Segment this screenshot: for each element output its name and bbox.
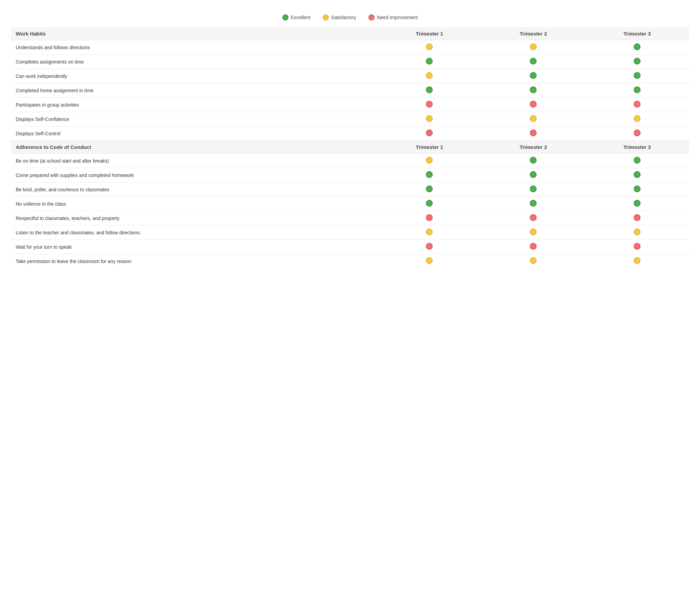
dot-cell — [377, 211, 481, 225]
status-dot — [634, 243, 641, 250]
row-label: Be kind, polite, and courteous to classm… — [11, 182, 377, 197]
table-row: Take permission to leave the classroom f… — [11, 254, 689, 268]
status-dot — [530, 43, 537, 50]
legend-item-satisfactory: Satisfactory — [323, 14, 356, 20]
dot-cell — [377, 69, 481, 83]
dot-cell — [585, 154, 689, 168]
table-row: Can work independently — [11, 69, 689, 83]
status-dot — [634, 171, 641, 178]
table-row: Be on time (at school start and after br… — [11, 154, 689, 168]
status-dot — [634, 86, 641, 93]
dot-cell — [585, 168, 689, 182]
status-dot — [426, 101, 433, 108]
status-dot — [530, 185, 537, 192]
status-dot — [426, 171, 433, 178]
row-label: Participates in group activities — [11, 98, 377, 112]
row-label: Be on time (at school start and after br… — [11, 154, 377, 168]
status-dot — [530, 58, 537, 65]
row-label: Displays Self-Confidence — [11, 112, 377, 126]
dot-cell — [585, 98, 689, 112]
dot-cell — [481, 211, 585, 225]
status-dot — [634, 257, 641, 264]
status-dot — [426, 214, 433, 221]
table-row: Completed home assignment in time — [11, 83, 689, 98]
status-dot — [530, 243, 537, 250]
dot-cell — [585, 254, 689, 268]
satisfactory-label: Satisfactory — [331, 15, 356, 20]
status-dot — [634, 200, 641, 207]
status-dot — [426, 185, 433, 192]
need-improvement-dot — [368, 14, 375, 20]
status-dot — [530, 214, 537, 221]
satisfactory-dot — [323, 14, 329, 20]
dot-cell — [481, 197, 585, 211]
section-header-work-habits: Work HabitsTrimester 1Trimester 2Trimest… — [11, 27, 689, 40]
table-row: Listen to the teacher and classmates, an… — [11, 225, 689, 240]
status-dot — [426, 115, 433, 122]
section-label-work-habits: Work Habits — [11, 27, 377, 40]
dot-cell — [377, 240, 481, 254]
dot-cell — [377, 126, 481, 141]
excellent-label: Excellent — [291, 15, 310, 20]
table-row: Displays Self-Control — [11, 126, 689, 141]
status-dot — [530, 72, 537, 79]
dot-cell — [585, 182, 689, 197]
dot-cell — [377, 225, 481, 240]
status-dot — [426, 72, 433, 79]
dot-cell — [481, 98, 585, 112]
row-label: Respectful to classmates, teachers, and … — [11, 211, 377, 225]
status-dot — [426, 86, 433, 93]
dot-cell — [481, 182, 585, 197]
status-dot — [530, 200, 537, 207]
dot-cell — [377, 112, 481, 126]
table-row: Displays Self-Confidence — [11, 112, 689, 126]
progress-table: Work HabitsTrimester 1Trimester 2Trimest… — [11, 27, 689, 268]
table-row: Understands and follows directions — [11, 40, 689, 55]
dot-cell — [377, 40, 481, 55]
dot-cell — [377, 55, 481, 69]
legend-item-need-improvement: Need Improvement — [368, 14, 418, 20]
dot-cell — [481, 126, 585, 141]
dot-cell — [377, 197, 481, 211]
table-row: No voilence in the class — [11, 197, 689, 211]
row-label: Take permission to leave the classroom f… — [11, 254, 377, 268]
need-improvement-label: Need Improvement — [377, 15, 418, 20]
row-label: Completed home assignment in time — [11, 83, 377, 98]
dot-cell — [481, 40, 585, 55]
section-col-code-of-conduct-0: Trimester 1 — [377, 141, 481, 154]
section-col-work-habits-0: Trimester 1 — [377, 27, 481, 40]
status-dot — [426, 257, 433, 264]
dot-cell — [585, 225, 689, 240]
status-dot — [530, 171, 537, 178]
dot-cell — [377, 83, 481, 98]
table-row: Respectful to classmates, teachers, and … — [11, 211, 689, 225]
dot-cell — [377, 98, 481, 112]
section-col-code-of-conduct-2: Trimester 3 — [585, 141, 689, 154]
row-label: Come prepared with supplies and complete… — [11, 168, 377, 182]
dot-cell — [377, 182, 481, 197]
table-row: Completes assignments on time — [11, 55, 689, 69]
status-dot — [634, 115, 641, 122]
status-dot — [530, 257, 537, 264]
table-row: Come prepared with supplies and complete… — [11, 168, 689, 182]
status-dot — [634, 72, 641, 79]
status-dot — [426, 43, 433, 50]
row-label: No voilence in the class — [11, 197, 377, 211]
dot-cell — [481, 240, 585, 254]
section-col-work-habits-2: Trimester 3 — [585, 27, 689, 40]
status-dot — [634, 185, 641, 192]
status-dot — [426, 229, 433, 235]
table-row: Participates in group activities — [11, 98, 689, 112]
dot-cell — [377, 254, 481, 268]
table-row: Wait for your turn to speak — [11, 240, 689, 254]
dot-cell — [481, 254, 585, 268]
status-dot — [634, 229, 641, 235]
dot-cell — [481, 55, 585, 69]
dot-cell — [585, 126, 689, 141]
section-header-code-of-conduct: Adherence to Code of ConductTrimester 1T… — [11, 141, 689, 154]
dot-cell — [585, 112, 689, 126]
status-dot — [426, 129, 433, 136]
status-dot — [634, 214, 641, 221]
dot-cell — [481, 69, 585, 83]
status-dot — [426, 157, 433, 164]
